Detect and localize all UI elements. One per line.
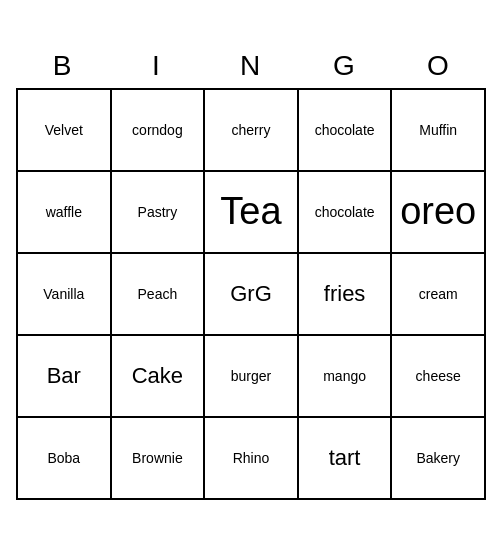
cell-text: mango: [323, 368, 366, 385]
cell-text: chocolate: [315, 122, 375, 139]
cell-text: cream: [419, 286, 458, 303]
cell-text: corndog: [132, 122, 183, 139]
cell-2-4: cream: [392, 254, 486, 336]
cell-text: tart: [329, 445, 361, 471]
cell-2-2: GrG: [205, 254, 299, 336]
cell-text: Rhino: [233, 450, 270, 467]
header-letter: B: [16, 44, 110, 88]
cell-4-3: tart: [299, 418, 393, 500]
cell-text: Muffin: [419, 122, 457, 139]
cell-text: cherry: [232, 122, 271, 139]
cell-text: cheese: [416, 368, 461, 385]
bingo-grid: VelvetcorndogcherrychocolateMuffinwaffle…: [16, 88, 486, 500]
cell-4-4: Bakery: [392, 418, 486, 500]
cell-text: Bakery: [416, 450, 460, 467]
cell-text: Bar: [47, 363, 81, 389]
cell-text: GrG: [230, 281, 272, 307]
cell-text: Brownie: [132, 450, 183, 467]
cell-1-4: oreo: [392, 172, 486, 254]
cell-0-4: Muffin: [392, 90, 486, 172]
cell-4-2: Rhino: [205, 418, 299, 500]
cell-0-2: cherry: [205, 90, 299, 172]
cell-text: fries: [324, 281, 366, 307]
cell-text: oreo: [400, 189, 476, 235]
cell-1-2: Tea: [205, 172, 299, 254]
cell-0-3: chocolate: [299, 90, 393, 172]
cell-text: burger: [231, 368, 271, 385]
bingo-header: BINGO: [16, 44, 486, 88]
cell-text: Vanilla: [43, 286, 84, 303]
cell-2-0: Vanilla: [18, 254, 112, 336]
cell-text: Pastry: [138, 204, 178, 221]
bingo-card: BINGO VelvetcorndogcherrychocolateMuffin…: [16, 44, 486, 500]
cell-text: chocolate: [315, 204, 375, 221]
header-letter: I: [110, 44, 204, 88]
cell-3-1: Cake: [112, 336, 206, 418]
cell-1-3: chocolate: [299, 172, 393, 254]
cell-text: Boba: [47, 450, 80, 467]
cell-1-1: Pastry: [112, 172, 206, 254]
cell-4-1: Brownie: [112, 418, 206, 500]
cell-3-3: mango: [299, 336, 393, 418]
header-letter: N: [204, 44, 298, 88]
cell-text: Cake: [132, 363, 183, 389]
cell-3-0: Bar: [18, 336, 112, 418]
cell-1-0: waffle: [18, 172, 112, 254]
cell-2-1: Peach: [112, 254, 206, 336]
header-letter: O: [392, 44, 486, 88]
header-letter: G: [298, 44, 392, 88]
cell-2-3: fries: [299, 254, 393, 336]
cell-text: Peach: [138, 286, 178, 303]
cell-3-4: cheese: [392, 336, 486, 418]
cell-text: Tea: [220, 189, 281, 235]
cell-0-0: Velvet: [18, 90, 112, 172]
cell-3-2: burger: [205, 336, 299, 418]
cell-text: waffle: [46, 204, 82, 221]
cell-0-1: corndog: [112, 90, 206, 172]
cell-4-0: Boba: [18, 418, 112, 500]
cell-text: Velvet: [45, 122, 83, 139]
